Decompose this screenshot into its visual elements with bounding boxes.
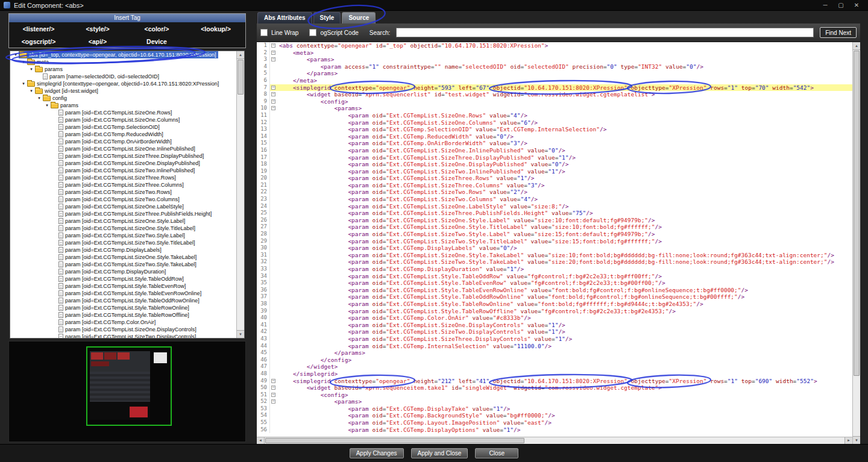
code-line[interactable]: 9− <config>	[257, 98, 852, 105]
code-line[interactable]: 43 <param oid="Ext.CGTempList.SizeThree.…	[257, 336, 852, 343]
insert-api-button[interactable]: <api/>	[68, 38, 127, 45]
tree-item[interactable]: param [oid=Ext.CGTempList.SizeOne.LabelS…	[10, 203, 236, 210]
tree-item[interactable]: ▾simplegrid [contexttype=opengear, objec…	[10, 80, 236, 87]
tree-scrollbar-thumb[interactable]	[237, 60, 244, 95]
tree-item[interactable]: param [name=selectedOID, oid=selectedOID…	[10, 73, 236, 80]
expand-arrow-icon[interactable]: ▾	[20, 80, 27, 87]
editor-horizontal-scrollbar[interactable]: ◄ ►	[257, 437, 852, 444]
apply-and-close-button[interactable]: Apply and Close	[411, 448, 468, 458]
tree-item[interactable]: ▾abs [id=_top, contexttype=opengear, obj…	[10, 51, 236, 58]
tree-item[interactable]: param [oid=Ext.CGTempList.Style.TableEve…	[10, 283, 236, 290]
code-line[interactable]: 7− <simplegrid contexttype="opengear" he…	[257, 84, 852, 92]
tree-item[interactable]: param [oid=Ext.CGTempList.SizeThree.Publ…	[10, 210, 236, 217]
code-line[interactable]: 48 </simplegrid>	[257, 370, 852, 378]
tree-item[interactable]: param [oid=Ext.CGTempList.SizeOne.Style.…	[10, 217, 236, 225]
expand-arrow-icon[interactable]: ▾	[44, 102, 50, 109]
code-line[interactable]: 38 <param oid="Ext.CGTempList.Style.Tabl…	[257, 301, 852, 308]
code-line[interactable]: 22 <param oid="Ext.CGTempList.SizeTwo.Ro…	[257, 189, 852, 196]
tree-item[interactable]: param [oid=Ext.CGTempList.SizeOne.Rows]	[10, 109, 236, 116]
tree-item[interactable]: param [oid=Ext.CGTempList.SizeThree.Disp…	[10, 152, 236, 160]
expand-arrow-icon[interactable]: ▾	[28, 87, 34, 95]
search-input[interactable]	[396, 28, 814, 37]
insert-ogscript-button[interactable]: <ogscript/>	[9, 38, 68, 45]
scroll-down-icon[interactable]: ▼	[237, 330, 244, 338]
code-line[interactable]: 18 <param oid="Ext.CGTempList.SizeOne.Di…	[257, 161, 852, 168]
code-line[interactable]: 51− <config>	[257, 392, 852, 399]
tree-item[interactable]: param [oid=Ext.CGTemp.ReducedWidth]	[10, 131, 236, 138]
fold-collapse-icon[interactable]: −	[271, 86, 275, 90]
tree-item[interactable]: param [oid=Ext.CGTemp.OnAirBorderWidth]	[10, 138, 236, 145]
tree-item[interactable]: param [oid=Ext.CGTempList.SizeOne.Style.…	[10, 225, 236, 232]
code-line[interactable]: 29 <param oid="Ext.CGTempList.SizeTwo.St…	[257, 238, 852, 245]
code-line[interactable]: 5 </params>	[257, 70, 852, 77]
code-line[interactable]: 56 <param oid="Ext.CGTemp.DisplayOptions…	[257, 426, 852, 434]
tree-item[interactable]: param [oid=Ext.CGTempList.Style.TableOdd…	[10, 297, 236, 304]
tree-item[interactable]: param [oid=Ext.CGTempList.SizeTwo.Displa…	[10, 333, 236, 338]
tree-item[interactable]: ▾params	[10, 102, 236, 109]
code-line[interactable]: 42 <param oid="Ext.CGTempList.SizeTwo.Di…	[257, 328, 852, 336]
code-line[interactable]: 8− <widget baseoid="xprn.sequencerlist" …	[257, 91, 852, 98]
code-line[interactable]: 10− <params>	[257, 105, 852, 112]
code-line[interactable]: 32 <param oid="Ext.CGTempList.SizeTwo.St…	[257, 258, 852, 266]
fold-collapse-icon[interactable]: −	[271, 57, 275, 61]
fold-collapse-icon[interactable]: −	[271, 379, 275, 383]
preview-thumbnail[interactable]	[90, 351, 150, 420]
tree-item[interactable]: param [oid=Ext.CGTempList.Style.TableRow…	[10, 311, 236, 319]
code-line[interactable]: 52− <params>	[257, 398, 852, 405]
tree-scrollbar[interactable]: ▲ ▼	[236, 51, 244, 338]
tree-item[interactable]: param [oid=Ext.CGTempList.SizeTwo.Style.…	[10, 239, 236, 246]
ogscript-code-checkbox[interactable]	[309, 29, 316, 36]
code-line[interactable]: 37 <param oid="Ext.CGTempList.Style.Tabl…	[257, 293, 852, 301]
code-line[interactable]: 35 <param oid="Ext.CGTempList.Style.Tabl…	[257, 279, 852, 287]
tree-item[interactable]: ▾config	[10, 95, 236, 102]
line-wrap-checkbox[interactable]	[260, 29, 268, 36]
code-line[interactable]: 24 <param oid="Ext.CGTempList.SizeOne.La…	[257, 203, 852, 210]
tree-item[interactable]: param [oid=Ext.CGTemp.SelectionOID]	[10, 123, 236, 131]
code-line[interactable]: 33 <param oid="Ext.CGTemp.DisplayDuratio…	[257, 266, 852, 273]
fold-collapse-icon[interactable]: −	[271, 43, 275, 48]
editor-vertical-scrollbar[interactable]: ▲ ▼	[852, 42, 860, 444]
tree-item[interactable]: param [oid=Ext.CGTempList.SizeOne.Displa…	[10, 326, 236, 333]
expand-arrow-icon[interactable]: ▾	[13, 51, 19, 58]
code-line[interactable]: 3− <params>	[257, 56, 852, 63]
code-line[interactable]: 49− <simplegrid contexttype="opengear" h…	[257, 378, 852, 385]
code-line[interactable]: 2− <meta>	[257, 49, 852, 57]
expand-arrow-icon[interactable]: ▾	[36, 95, 42, 102]
code-line[interactable]: 23 <param oid="Ext.CGTempList.SizeTwo.Co…	[257, 196, 852, 203]
scroll-right-icon[interactable]: ►	[844, 437, 852, 444]
fold-collapse-icon[interactable]: −	[271, 393, 275, 397]
tree-item[interactable]: param [oid=Ext.CGTempList.SizeOne.Inline…	[10, 145, 236, 152]
code-line[interactable]: 4 <param access="1" constrainttype="" na…	[257, 63, 852, 70]
tree-item[interactable]: param [oid=Ext.CGTempList.SizeOne.Style.…	[10, 254, 236, 261]
fold-collapse-icon[interactable]: −	[271, 51, 275, 55]
code-line[interactable]: 1−<abs contexttype="opengear" id="_top" …	[257, 42, 852, 49]
fold-collapse-icon[interactable]: −	[271, 99, 275, 104]
insert-listener-button[interactable]: <listener/>	[9, 25, 68, 33]
tab-style[interactable]: Style	[313, 12, 341, 23]
fold-collapse-icon[interactable]: −	[271, 92, 275, 96]
code-line[interactable]: 40 <param oid="Ext.CGTemp.Color.OnAir" v…	[257, 314, 852, 322]
maximize-icon[interactable]: ▢	[833, 2, 849, 8]
code-line[interactable]: 17 <param oid="Ext.CGTempList.SizeThree.…	[257, 154, 852, 161]
tab-source[interactable]: Source	[342, 12, 376, 23]
code-line[interactable]: 13 <param oid="Ext.CGTemp.SelectionOID" …	[257, 126, 852, 133]
tree-item[interactable]: param [oid=Ext.CGTemp.DisplayDuration]	[10, 268, 236, 275]
tree-item[interactable]: param [oid=Ext.CGTempList.SizeOne.Displa…	[10, 160, 236, 167]
tree-item[interactable]: param [oid=Ext.CGTempList.SizeTwo.Rows]	[10, 189, 236, 196]
code-line[interactable]: 14 <param oid="Ext.CGTemp.ReducedWidth" …	[257, 133, 852, 140]
code-line[interactable]: 25 <param oid="Ext.CGTempList.SizeThree.…	[257, 210, 852, 217]
tree-item[interactable]: param [oid=Ext.CGTempList.SizeTwo.Style.…	[10, 232, 236, 239]
code-line[interactable]: 39 <param oid="Ext.CGTempList.Style.Tabl…	[257, 308, 852, 315]
expand-arrow-icon[interactable]: ▾	[20, 58, 27, 66]
tree-item[interactable]: param [oid=Ext.CGTempList.SizeTwo.Style.…	[10, 261, 236, 268]
scroll-down-icon[interactable]: ▼	[853, 436, 860, 444]
insert-color-button[interactable]: <color/>	[127, 25, 186, 33]
insert-lookup-button[interactable]: <lookup/>	[186, 25, 245, 33]
editor-scrollbar-thumb[interactable]	[854, 51, 860, 376]
code-line[interactable]: 41 <param oid="Ext.CGTempList.SizeOne.Di…	[257, 322, 852, 329]
code-line[interactable]: 21 <param oid="Ext.CGTempList.SizeThree.…	[257, 182, 852, 189]
editor-hscrollbar-thumb[interactable]	[265, 438, 524, 443]
source-editor[interactable]: 1−<abs contexttype="opengear" id="_top" …	[257, 42, 860, 444]
tree-item[interactable]: param [oid=Ext.CGTempList.SizeThree.Colu…	[10, 181, 236, 189]
code-line[interactable]: 19 <param oid="Ext.CGTempList.SizeTwo.In…	[257, 168, 852, 175]
